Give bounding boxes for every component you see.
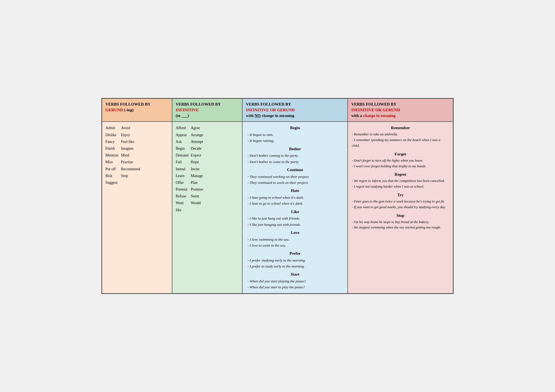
gerund-col2: Avoid Enjoy Feel like Imagine Mind Pract… xyxy=(121,125,140,186)
header-nc-text1: VERBS FOLLOWED BY xyxy=(246,102,291,106)
infinitive-columns: Afford Appear Ask Begin Demand Fail Inte… xyxy=(176,125,239,213)
header-gerund-text2: (-ing) xyxy=(123,108,134,112)
gerund-word: Suggest xyxy=(105,179,118,186)
inf-word: Agree xyxy=(191,125,203,131)
gerund-word: Dislike xyxy=(105,132,118,138)
header-no-change: VERBS FOLLOWED BYINFINITIVE OR GERUND wi… xyxy=(242,99,348,122)
table-grid: VERBS FOLLOWED BY GERUND (-ing) VERBS FO… xyxy=(102,99,453,293)
header-inf-text2: (to ___) xyxy=(176,113,189,118)
example: - I like to just hang out with friends. xyxy=(247,215,344,221)
gerund-word: Finish xyxy=(105,145,118,152)
gerund-word: Avoid xyxy=(121,125,140,131)
section-title-love: Love xyxy=(246,229,344,236)
example: - If you want to get good marks, you sho… xyxy=(352,204,449,210)
inf-word: Afford xyxy=(176,125,188,131)
example: - Remember to take an umbrella. xyxy=(352,132,449,137)
gerund-word: Miss xyxy=(105,159,118,165)
example: - I hate going to school when it's dark. xyxy=(247,195,344,201)
gerund-word: Imagine xyxy=(121,145,140,152)
gerund-word: Fancy xyxy=(105,138,118,145)
gerund-word: Mention xyxy=(105,152,118,159)
with-change-content: Remember - Remember to take an umbrella.… xyxy=(348,122,453,233)
gerund-columns: Admit Dislike Fancy Finish Mention Miss … xyxy=(105,125,169,186)
body-infinitive: Afford Appear Ask Begin Demand Fail Inte… xyxy=(172,122,242,293)
header-nc-text2: with xyxy=(246,113,254,118)
body-gerund: Admit Dislike Fancy Finish Mention Miss … xyxy=(102,122,172,293)
change-title-remember: Remember xyxy=(352,125,449,131)
inf-word: Begin xyxy=(176,145,188,152)
header-gerund: VERBS FOLLOWED BY GERUND (-ing) xyxy=(102,99,172,122)
section-title-bother: Bother xyxy=(246,146,344,152)
example: - On his way home he stops to buy bread … xyxy=(352,219,449,225)
header-infinitive: VERBS FOLLOWED BY INFINITIVE (to ___) xyxy=(172,99,242,122)
change-title-forget: Forget xyxy=(352,151,449,157)
inf-word: Intend xyxy=(176,166,188,172)
gerund-word: Feel like xyxy=(121,138,140,145)
inf-word: Demand xyxy=(176,152,188,159)
body-no-change: Begin - It began to rain. - It began rai… xyxy=(242,122,348,293)
inf-word: Attempt xyxy=(191,138,203,145)
header-inf-keyword: INFINITIVE xyxy=(176,108,199,112)
inf-word: Appear xyxy=(176,132,188,138)
infinitive-col1: Afford Appear Ask Begin Demand Fail Inte… xyxy=(176,125,188,213)
infinitive-col2: Agree Arrange Attempt Decide Expect Hope… xyxy=(191,125,203,213)
example: - We regret to inform you that the compe… xyxy=(352,178,449,184)
example: - I prefer studying early in the morning… xyxy=(247,257,344,263)
example: - I hate to go to school when it's dark. xyxy=(247,201,344,207)
header-wc-change: change in meaning xyxy=(363,113,396,118)
header-wc-keyword: INFINITIVE OR GERUND xyxy=(351,108,400,112)
main-table: VERBS FOLLOWED BY GERUND (-ing) VERBS FO… xyxy=(101,98,454,294)
inf-word: Arrange xyxy=(191,132,203,138)
body-with-change: Remember - Remember to take an umbrella.… xyxy=(348,122,453,293)
inf-word: Pretend xyxy=(176,186,188,193)
example: - Peter goes to the gym twice a week bec… xyxy=(352,199,449,204)
example: - It began raining. xyxy=(247,138,344,144)
example: - I like just hanging out with friends. xyxy=(247,222,344,228)
example: - They continued working on their projec… xyxy=(247,174,344,180)
example: - Don't forget to turn off the lights wh… xyxy=(352,158,449,164)
gerund-word: Enjoy xyxy=(121,132,140,138)
header-nc-no: NO xyxy=(254,113,261,118)
no-change-content: Begin - It began to rain. - It began rai… xyxy=(243,122,347,293)
header-nc-keyword: INFINITIVE OR GERUND xyxy=(246,108,295,112)
example: - He stopped swimming when the sea start… xyxy=(352,225,449,230)
section-title-hate: Hate xyxy=(246,187,344,194)
inf-word: Hope xyxy=(191,159,203,165)
example: - Don't bother to come to the party. xyxy=(247,159,344,165)
inf-word: Expect xyxy=(191,152,203,159)
section-title-prefer: Prefer xyxy=(246,250,344,257)
section-title-continue: Continue xyxy=(246,166,344,173)
inf-word: Learn xyxy=(176,172,188,179)
header-wc-text2: with a xyxy=(351,113,363,118)
gerund-col1: Admit Dislike Fancy Finish Mention Miss … xyxy=(105,125,118,186)
inf-word: Offer xyxy=(176,179,188,186)
example: - They continued to work on their projec… xyxy=(247,180,344,186)
example: - When did you start playing the piano? xyxy=(247,278,344,284)
example: - I regret not studying harder when I wa… xyxy=(352,184,449,190)
section-title-begin: Begin xyxy=(246,125,344,131)
gerund-word: Practise xyxy=(121,159,140,165)
inf-word: Manage xyxy=(191,172,203,179)
inf-word: Plan xyxy=(191,179,203,186)
header-gerund-keyword: GERUND xyxy=(105,108,123,112)
example: - I prefer to study early in the morning… xyxy=(247,263,344,269)
gerund-word: Put off xyxy=(105,166,118,172)
example: - I love swimming in the sea. xyxy=(247,237,344,243)
example: - I remember spending my summers on the … xyxy=(352,137,449,149)
inf-word: like xyxy=(176,207,188,213)
inf-word: Refuse xyxy=(176,193,188,200)
header-gerund-text1: VERBS FOLLOWED BY xyxy=(105,102,150,106)
example: - Don't bother coming to the party. xyxy=(247,153,344,159)
example: - I won't ever forget holding that troph… xyxy=(352,164,449,169)
section-title-start: Start xyxy=(246,271,344,278)
change-title-try: Try xyxy=(352,192,449,198)
change-title-regret: Regret xyxy=(352,171,449,178)
header-wc-text1: VERBS FOLLOWED BY xyxy=(351,102,396,106)
example: - When did you start to play the piano? xyxy=(247,284,344,290)
inf-word: Want xyxy=(176,200,188,206)
header-with-change: VERBS FOLLOWED BYINFINITIVE OR GERUND wi… xyxy=(348,99,453,122)
gerund-word: Recommend xyxy=(121,166,140,172)
header-nc-text3: change in meaning xyxy=(261,113,294,118)
inf-word: Seem xyxy=(191,193,203,200)
inf-word: Ask xyxy=(176,138,188,145)
